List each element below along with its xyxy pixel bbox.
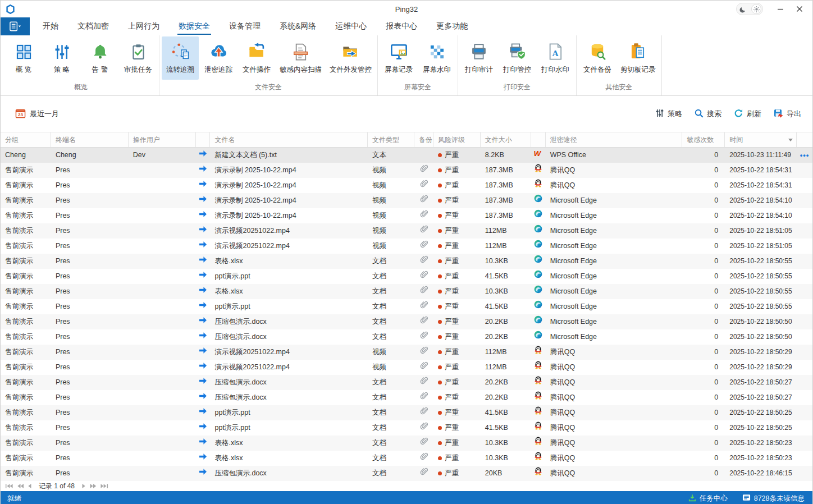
table-row[interactable]: 售前演示Pres演示视频20251022.mp4视频严重112MB腾讯QQ020…: [1, 360, 812, 375]
forward-arrow-icon: [199, 360, 207, 375]
table-row[interactable]: 售前演示Pres表格.xlsx文档严重10.3KBMicrosoft Edge0…: [1, 284, 812, 299]
cell-risk: 严重: [433, 405, 481, 420]
cell-size: 187.3MB: [481, 208, 531, 223]
alert-button[interactable]: 告 警: [81, 36, 118, 80]
table-row[interactable]: 售前演示Pres演示录制 2025-10-22.mp4视频严重187.3MB腾讯…: [1, 178, 812, 193]
column-header-operator[interactable]: 操作用户: [129, 132, 196, 147]
column-header-filename[interactable]: 文件名: [210, 132, 368, 147]
minimize-button[interactable]: [771, 2, 790, 16]
pager-last-button[interactable]: [101, 483, 108, 489]
table-row[interactable]: 售前演示Pres压缩包演示.docx文档严重20.2KB腾讯QQ02025-10…: [1, 375, 812, 390]
table-row[interactable]: 售前演示Pres压缩包演示.docx文档严重20.2KBMicrosoft Ed…: [1, 329, 812, 345]
table-row[interactable]: 售前演示Pres表格.xlsx文档严重10.3KBMicrosoft Edge0…: [1, 254, 812, 269]
file-menu-button[interactable]: [1, 17, 30, 35]
clipboard-record-button[interactable]: 剪切板记录: [617, 36, 659, 80]
theme-toggle[interactable]: [736, 3, 763, 15]
file-operations-button[interactable]: 文件操作: [238, 36, 275, 80]
overview-button[interactable]: 概 览: [5, 36, 42, 80]
cell-risk: 严重: [433, 193, 481, 208]
table-row[interactable]: 售前演示Pres演示录制 2025-10-22.mp4视频严重187.3MB腾讯…: [1, 163, 812, 178]
file-outgoing-control-button[interactable]: 文件外发管控: [326, 36, 375, 80]
qq-app-icon: [534, 375, 542, 390]
tab-system-network[interactable]: 系统&网络: [270, 17, 326, 35]
column-header-channel[interactable]: 泄密途径: [546, 132, 683, 147]
cell-app: 腾讯QQ: [546, 436, 683, 451]
tab-more-features[interactable]: 更多功能: [427, 17, 477, 35]
table-row[interactable]: 售前演示Pres表格.xlsx文档严重10.3KB腾讯QQ02025-10-22…: [1, 451, 812, 466]
table-row[interactable]: 售前演示Pres演示录制 2025-10-22.mp4视频严重187.3MBMi…: [1, 193, 812, 208]
task-center-button[interactable]: 任务中心: [688, 494, 728, 503]
sensitive-scan-button[interactable]: 敏感内容扫描: [276, 36, 325, 80]
ribbon-group-label: 概览: [4, 81, 157, 95]
table-row[interactable]: 售前演示Pres压缩包演示.docx文档严重20KB腾讯QQ02025-10-2…: [1, 466, 812, 481]
file-backup-button[interactable]: 文件备份: [579, 36, 616, 80]
table-row[interactable]: 售前演示Pres演示视频20251022.mp4视频严重112MBMicroso…: [1, 239, 812, 254]
table-row[interactable]: 售前演示Presppt演示.ppt文档严重41.5KBMicrosoft Edg…: [1, 299, 812, 314]
print-watermark-button[interactable]: A打印水印: [537, 36, 574, 80]
ribbon-button-label: 泄密追踪: [204, 65, 232, 75]
tab-data-security[interactable]: 数据安全: [169, 17, 220, 35]
policy-button[interactable]: 策 略: [43, 36, 80, 80]
risk-dot: [438, 441, 442, 445]
leak-trace-button[interactable]: 泄密追踪: [200, 36, 237, 80]
ribbon-button-label: 文件操作: [243, 65, 271, 75]
table-row[interactable]: ChengChengDev新建文本文档 (5).txt文本严重8.2KBWWPS…: [1, 148, 812, 163]
sort-caret-icon[interactable]: [788, 139, 793, 141]
pager-next-button[interactable]: [82, 483, 86, 489]
tab-home[interactable]: 开始: [33, 17, 68, 35]
column-header-filesize[interactable]: 文件大小: [481, 132, 531, 147]
tab-doc-encrypt[interactable]: 文档加密: [68, 17, 118, 35]
tab-ops-center[interactable]: 运维中心: [326, 17, 376, 35]
search-action-button[interactable]: 搜索: [695, 109, 721, 120]
light-mode-sun-icon[interactable]: [751, 4, 761, 14]
column-header-time[interactable]: 时间: [725, 132, 797, 147]
dark-mode-moon-icon[interactable]: [738, 4, 748, 14]
screen-watermark-button[interactable]: 屏幕水印: [418, 36, 455, 80]
ribbon-group-label: 屏幕安全: [380, 81, 456, 95]
table-row[interactable]: 售前演示Pres压缩包演示.docx文档严重20.2KBMicrosoft Ed…: [1, 314, 812, 329]
cell-arrow: [196, 405, 211, 420]
table-row[interactable]: 售前演示Pres演示视频20251022.mp4视频严重112MB腾讯QQ020…: [1, 345, 812, 360]
unread-messages-button[interactable]: 8728条未读信息: [742, 494, 805, 503]
row-menu-button[interactable]: •••: [800, 148, 810, 163]
cell-time: 2025-10-22 18:54:31: [725, 178, 797, 193]
screen-record-button[interactable]: 屏幕记录: [380, 36, 417, 80]
pager-prev-button[interactable]: [28, 483, 31, 489]
close-button[interactable]: [790, 2, 809, 16]
column-header-backup[interactable]: 备份: [414, 132, 433, 147]
cell-appicon: [531, 420, 546, 436]
tab-report-center[interactable]: 报表中心: [376, 17, 427, 35]
flow-trace-button[interactable]: 流转追溯: [162, 36, 199, 80]
table-row[interactable]: 售前演示Presppt演示.ppt文档严重41.5KB腾讯QQ02025-10-…: [1, 420, 812, 436]
print-audit-button[interactable]: 打印审计: [460, 36, 497, 80]
table-row[interactable]: 售前演示Pres演示视频20251022.mp4视频严重112MBMicroso…: [1, 223, 812, 239]
cell-count: 0: [682, 405, 725, 420]
forward-arrow-icon: [199, 178, 207, 193]
policy-action-button[interactable]: 策略: [655, 109, 682, 119]
table-row[interactable]: 售前演示Presppt演示.ppt文档严重41.5KBMicrosoft Edg…: [1, 269, 812, 284]
tab-device-mgmt[interactable]: 设备管理: [220, 17, 270, 35]
cell-arrow: [196, 148, 211, 163]
refresh-action-button[interactable]: 刷新: [734, 109, 761, 120]
table-row[interactable]: 售前演示Pres表格.xlsx文档严重10.3KB腾讯QQ02025-10-22…: [1, 436, 812, 451]
column-header-risk[interactable]: 风险评级: [433, 132, 481, 147]
column-header-count[interactable]: 敏感次数: [682, 132, 725, 147]
pager-prev-page-button[interactable]: [17, 483, 24, 489]
date-range-filter[interactable]: 23 最近一月: [15, 108, 59, 120]
tab-web-behavior[interactable]: 上网行为: [118, 17, 169, 35]
table-row[interactable]: 售前演示Pres演示录制 2025-10-22.mp4视频严重187.3MBMi…: [1, 208, 812, 223]
column-header-group[interactable]: 分组: [1, 132, 51, 147]
table-row[interactable]: 售前演示Presppt演示.ppt文档严重41.5KB腾讯QQ02025-10-…: [1, 405, 812, 420]
print-control-button[interactable]: 打印管控: [499, 36, 536, 80]
cell-appicon: [531, 269, 546, 284]
column-header-filetype[interactable]: 文件类型: [368, 132, 414, 147]
pager-next-page-button[interactable]: [90, 483, 97, 489]
cell-size: 187.3MB: [481, 178, 531, 193]
table-row[interactable]: 售前演示Pres压缩包演示.docx文档严重20.2KB腾讯QQ02025-10…: [1, 390, 812, 405]
export-action-button[interactable]: 导出: [774, 109, 801, 120]
table-body: ChengChengDev新建文本文档 (5).txt文本严重8.2KBWWPS…: [1, 148, 812, 481]
approval-tasks-button[interactable]: 审批任务: [120, 36, 157, 80]
pager-first-button[interactable]: [5, 483, 13, 489]
cell-size: 20.2KB: [481, 375, 531, 390]
column-header-terminal[interactable]: 终端名: [51, 132, 129, 147]
